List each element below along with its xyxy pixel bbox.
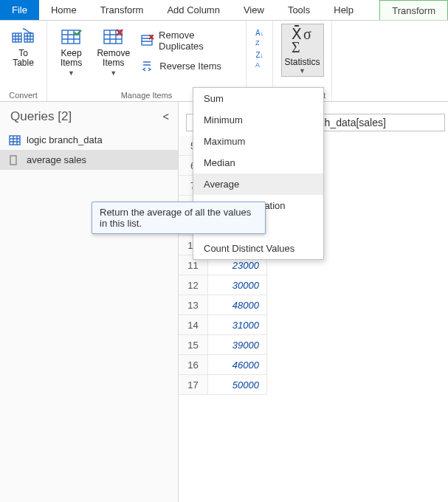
- sort-desc-button[interactable]: Z↓A: [255, 50, 263, 69]
- ribbon-group-label: Convert: [9, 89, 38, 100]
- reverse-items-label: Reverse Items: [159, 61, 221, 72]
- svg-rect-6: [10, 156, 16, 165]
- svg-rect-0: [13, 33, 21, 42]
- menu-item-median[interactable]: Median: [193, 152, 323, 173]
- remove-items-button[interactable]: Remove Items ▼: [95, 24, 131, 77]
- row-number[interactable]: 13: [179, 295, 208, 315]
- cell-value[interactable]: 39000: [208, 335, 267, 355]
- queries-title: Queries [2]: [10, 109, 72, 124]
- keep-items-icon: [59, 27, 84, 47]
- query-item-label: average sales: [27, 154, 86, 165]
- keep-items-button[interactable]: Keep Items ▼: [53, 24, 89, 77]
- statistics-icon: X̄σΣ: [292, 27, 313, 54]
- to-table-label: To Table: [13, 49, 34, 68]
- row-number[interactable]: 14: [179, 315, 208, 335]
- tab-home[interactable]: Home: [39, 0, 89, 20]
- remove-duplicates-icon: [140, 34, 154, 47]
- list-icon: [9, 155, 21, 165]
- remove-duplicates-label: Remove Duplicates: [159, 30, 237, 52]
- collapse-pane-button[interactable]: <: [163, 111, 169, 123]
- statistics-label: Statistics: [285, 57, 320, 67]
- keep-items-label: Keep Items: [61, 49, 82, 68]
- tab-view[interactable]: View: [232, 0, 276, 20]
- dropdown-caret-icon: ▼: [110, 69, 117, 77]
- menu-item-maximum[interactable]: Maximum: [193, 131, 323, 152]
- cell-value[interactable]: 31000: [208, 315, 267, 335]
- row-number[interactable]: 12: [179, 275, 208, 295]
- row-number[interactable]: 15: [179, 335, 208, 355]
- dropdown-caret-icon: ▼: [299, 67, 306, 75]
- svg-rect-1: [24, 33, 33, 42]
- queries-pane: Queries [2] < logic branch_data average …: [0, 102, 179, 502]
- tab-help[interactable]: Help: [322, 0, 365, 20]
- menu-item-sum[interactable]: Sum: [193, 88, 323, 109]
- cell-value[interactable]: 50000: [208, 375, 267, 395]
- query-item-logic-branch-data[interactable]: logic branch_data: [0, 130, 178, 150]
- cell-value[interactable]: 30000: [208, 275, 267, 295]
- reverse-items-icon: [140, 59, 155, 72]
- table-icon: [9, 135, 21, 145]
- menu-item-minimum[interactable]: Minimum: [193, 109, 323, 131]
- svg-rect-5: [10, 136, 20, 145]
- query-item-average-sales[interactable]: average sales: [0, 150, 178, 170]
- remove-items-label: Remove Items: [97, 49, 130, 68]
- cell-value[interactable]: 46000: [208, 355, 267, 375]
- tab-file[interactable]: File: [0, 0, 39, 20]
- to-table-icon: [11, 27, 36, 47]
- query-item-label: logic branch_data: [27, 134, 103, 145]
- menu-tabs: File Home Transform Add Column View Tool…: [0, 0, 448, 21]
- tab-transform[interactable]: Transform: [89, 0, 156, 20]
- reverse-items-button[interactable]: Reverse Items: [137, 58, 240, 74]
- tab-tools[interactable]: Tools: [276, 0, 322, 20]
- ribbon-group-convert: To Table Convert: [0, 21, 47, 101]
- svg-rect-2: [62, 30, 80, 44]
- tab-transform-context[interactable]: Transform: [379, 0, 448, 20]
- row-number[interactable]: 17: [179, 375, 208, 395]
- ribbon-group-label: Manage Items: [121, 89, 173, 100]
- remove-duplicates-button[interactable]: Remove Duplicates: [137, 28, 240, 53]
- tab-add-column[interactable]: Add Column: [155, 0, 232, 20]
- statistics-button[interactable]: X̄σΣ Statistics ▼: [281, 24, 324, 77]
- cell-value[interactable]: 48000: [208, 295, 267, 315]
- to-table-button[interactable]: To Table: [4, 24, 43, 68]
- dropdown-caret-icon: ▼: [68, 69, 75, 77]
- remove-items-icon: [101, 27, 126, 47]
- tooltip: Return the average of all the values in …: [92, 202, 266, 234]
- sort-asc-button[interactable]: A↓Z: [255, 28, 263, 47]
- row-number[interactable]: 16: [179, 355, 208, 375]
- menu-item-average[interactable]: Average: [193, 173, 323, 195]
- menu-item-count-distinct-values[interactable]: Count Distinct Values: [193, 238, 323, 259]
